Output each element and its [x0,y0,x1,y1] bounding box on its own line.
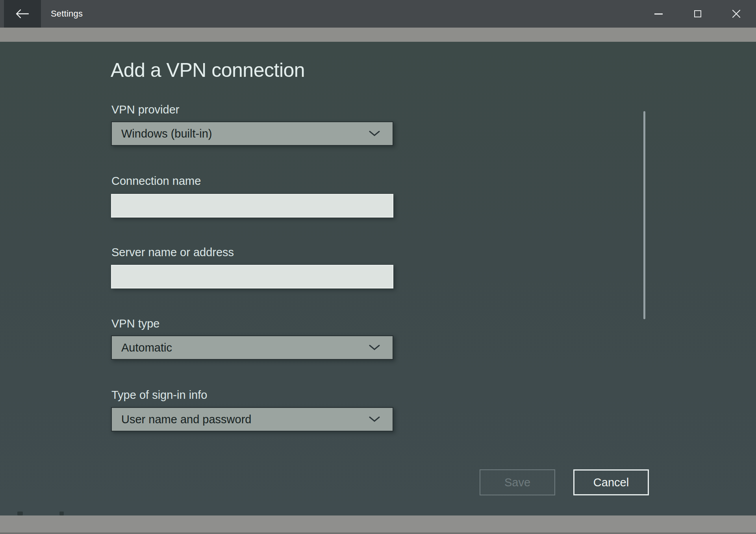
bottom-strip [0,515,756,534]
window-title: Settings [51,0,83,28]
close-button[interactable] [717,0,756,28]
vpn-type-dropdown[interactable]: Automatic [111,335,393,360]
chevron-down-icon [369,345,380,351]
signin-type-label: Type of sign-in info [111,388,207,402]
close-icon [732,9,741,18]
connection-name-input[interactable] [111,194,393,218]
vpn-type-value: Automatic [121,341,172,354]
back-arrow-icon [15,9,30,19]
scrollbar-thumb[interactable] [643,111,645,319]
clipped-text-remnant [59,512,64,515]
add-vpn-dialog: Add a VPN connection VPN provider Window… [0,42,756,515]
minimize-button[interactable] [639,0,678,28]
page-title: Add a VPN connection [111,58,305,82]
server-address-label: Server name or address [111,246,234,259]
chevron-down-icon [369,131,380,137]
maximize-button[interactable] [678,0,717,28]
minimize-icon [654,13,663,15]
clipped-text-remnant [17,512,23,515]
chevron-down-icon [369,417,380,422]
signin-type-dropdown[interactable]: User name and password [111,407,393,432]
back-button[interactable] [4,0,41,28]
signin-type-value: User name and password [121,413,251,426]
connection-name-label: Connection name [111,174,201,188]
vpn-type-label: VPN type [111,317,160,330]
vpn-provider-label: VPN provider [111,103,179,116]
vpn-provider-dropdown[interactable]: Windows (built-in) [111,121,393,146]
server-address-input[interactable] [111,265,393,288]
titlebar: Settings [0,0,756,28]
settings-window: Settings Add a VPN connection VPN provid… [0,0,756,534]
save-button[interactable]: Save [480,469,555,495]
cancel-button[interactable]: Cancel [573,469,649,495]
vpn-provider-value: Windows (built-in) [121,127,212,140]
maximize-icon [694,10,701,17]
top-divider-strip [0,28,756,42]
